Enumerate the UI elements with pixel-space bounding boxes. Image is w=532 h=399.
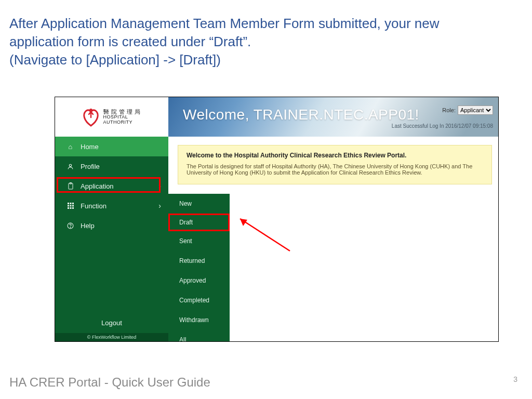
nav-application-label: Application	[81, 182, 114, 190]
home-icon: ⌂	[66, 143, 74, 151]
nav-profile[interactable]: Profile	[55, 156, 168, 176]
submenu-all-label: All	[179, 336, 186, 342]
svg-rect-12	[72, 207, 74, 209]
application-submenu: New Draft Sent Returned Approved Complet…	[168, 194, 230, 342]
banner: Welcome, TRAINER.NTEC.APP01! Role: Appli…	[168, 97, 498, 137]
submenu-completed[interactable]: Completed	[168, 290, 230, 310]
submenu-all[interactable]: All	[168, 330, 230, 342]
logo-text: 醫院管理局 HOSPITAL AUTHORITY	[103, 109, 142, 125]
submenu-draft-label: Draft	[179, 219, 193, 226]
profile-icon	[66, 163, 74, 170]
welcome-panel-body: The Portal is designed for staff of Hosp…	[187, 163, 483, 176]
svg-point-14	[70, 227, 71, 228]
welcome-panel-title: Welcome to the Hospital Authority Clinic…	[187, 152, 483, 159]
logout-label: Logout	[101, 319, 122, 327]
role-label: Role:	[442, 107, 456, 113]
submenu-returned[interactable]: Returned	[168, 251, 230, 271]
logout-button[interactable]: Logout	[55, 314, 168, 332]
page-number: 3	[513, 375, 517, 383]
logo-block: 醫院管理局 HOSPITAL AUTHORITY	[55, 97, 168, 137]
svg-line-15	[240, 219, 290, 251]
svg-rect-5	[70, 203, 71, 204]
svg-rect-8	[70, 205, 71, 207]
submenu-returned-label: Returned	[179, 257, 205, 264]
sidebar: ⌂ Home Profile Application › Function ›	[55, 137, 168, 341]
svg-rect-2	[69, 183, 73, 189]
submenu-new[interactable]: New	[168, 194, 230, 214]
svg-rect-9	[72, 205, 74, 207]
submenu-withdrawn-label: Withdrawn	[179, 316, 209, 324]
welcome-panel: Welcome to the Hospital Authority Clinic…	[178, 145, 492, 184]
svg-rect-10	[68, 207, 69, 209]
role-select[interactable]: Applicant	[458, 105, 493, 115]
help-icon	[66, 222, 74, 229]
nav-home-label: Home	[81, 143, 99, 151]
submenu-new-label: New	[179, 200, 192, 207]
last-login-text: Last Successful Log In 2016/12/07 09:15:…	[392, 123, 493, 129]
slide-footer: HA CRER Portal - Quick User Guide	[9, 375, 210, 390]
svg-rect-11	[70, 207, 71, 209]
svg-point-1	[69, 164, 71, 166]
submenu-sent-label: Sent	[179, 237, 192, 245]
portal-screenshot: 醫院管理局 HOSPITAL AUTHORITY Welcome, TRAINE…	[55, 97, 499, 342]
ha-logo-icon	[82, 107, 100, 127]
annotation-arrow	[233, 215, 295, 256]
submenu-completed-label: Completed	[179, 297, 209, 304]
chevron-right-icon: ›	[158, 182, 161, 190]
nav-profile-label: Profile	[81, 163, 100, 170]
role-selector-group: Role: Applicant	[442, 105, 493, 115]
chevron-right-icon: ›	[158, 202, 161, 210]
nav-help-label: Help	[81, 222, 95, 230]
nav-function[interactable]: Function ›	[55, 196, 168, 216]
slide-heading: After Application Management Team Member…	[0, 0, 504, 69]
nav-help[interactable]: Help	[55, 216, 168, 235]
clipboard-icon	[66, 182, 74, 190]
submenu-sent[interactable]: Sent	[168, 231, 230, 251]
svg-rect-6	[72, 203, 74, 204]
grid-icon	[66, 203, 74, 209]
submenu-withdrawn[interactable]: Withdrawn	[168, 310, 230, 330]
svg-marker-16	[240, 219, 247, 226]
copyright-text: © FlexWorkflow Limited	[55, 333, 168, 341]
heading-line-2: (Navigate to [Application] -> [Draft])	[9, 51, 494, 69]
nav-function-label: Function	[81, 202, 107, 210]
submenu-approved-label: Approved	[179, 277, 206, 284]
logo-en-2: AUTHORITY	[103, 120, 142, 125]
svg-rect-4	[68, 203, 69, 204]
svg-rect-7	[68, 205, 69, 207]
submenu-draft[interactable]: Draft	[168, 214, 230, 231]
heading-line-1: After Application Management Team Member…	[9, 15, 494, 51]
nav-home[interactable]: ⌂ Home	[55, 137, 168, 156]
submenu-approved[interactable]: Approved	[168, 271, 230, 290]
nav-application[interactable]: Application ›	[55, 176, 168, 196]
